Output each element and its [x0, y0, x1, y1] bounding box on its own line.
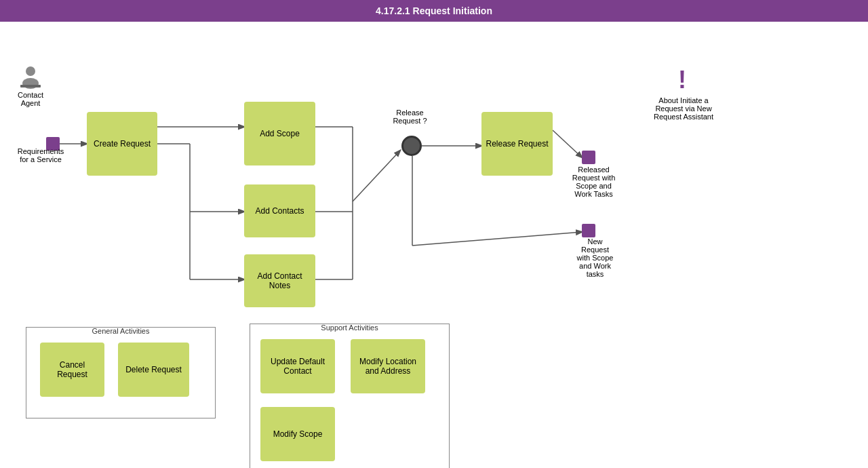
add-scope-box[interactable]: Add Scope	[244, 102, 315, 165]
new-request-end-node	[582, 224, 595, 237]
add-scope-label: Add Scope	[260, 129, 300, 138]
create-request-box[interactable]: Create Request	[87, 112, 157, 176]
add-contacts-box[interactable]: Add Contacts	[244, 184, 315, 237]
diagram-canvas: Contact Agent Requirementsfor a Service …	[0, 22, 868, 468]
svg-point-16	[26, 66, 35, 76]
update-default-contact-label: Update Default Contact	[264, 357, 331, 376]
cancel-request-label: Cancel Request	[44, 360, 100, 379]
gateway-node	[401, 136, 422, 156]
page-header: 4.17.2.1 Request Initiation	[0, 0, 868, 22]
add-contacts-label: Add Contacts	[255, 206, 304, 216]
requirements-label: Requirementsfor a Service	[14, 147, 68, 163]
support-activities-container: Support Activities Update Default Contac…	[250, 324, 450, 468]
add-contact-notes-label: Add Contact Notes	[248, 271, 311, 290]
page-title: 4.17.2.1 Request Initiation	[376, 5, 492, 16]
general-activities-container: General Activities Cancel Request Delete…	[26, 327, 216, 418]
support-activities-title: Support Activities	[321, 324, 378, 332]
modify-scope-label: Modify Scope	[273, 429, 323, 439]
create-request-label: Create Request	[94, 139, 151, 149]
svg-line-13	[553, 130, 582, 157]
released-scope-end-node	[582, 151, 595, 164]
svg-rect-18	[20, 85, 41, 87]
delete-request-box[interactable]: Delete Request	[118, 343, 189, 397]
new-request-label: NewRequestwith Scopeand Worktasks	[570, 237, 620, 278]
about-icon: !	[678, 66, 686, 94]
contact-agent-label: Contact Agent	[17, 91, 44, 107]
contact-agent-icon: Contact Agent	[17, 66, 44, 107]
released-scope-label: ReleasedRequest withScope andWork Tasks	[568, 165, 619, 198]
release-request-box[interactable]: Release Request	[481, 112, 553, 176]
update-default-contact-box[interactable]: Update Default Contact	[260, 339, 335, 393]
modify-location-label: Modify Location and Address	[355, 357, 421, 376]
gateway-label: ReleaseRequest ?	[384, 109, 435, 125]
svg-line-15	[412, 232, 582, 246]
modify-scope-box[interactable]: Modify Scope	[260, 407, 335, 461]
svg-line-11	[353, 151, 400, 201]
about-label: About Initiate aRequest via NewRequest A…	[650, 96, 717, 121]
add-contact-notes-box[interactable]: Add Contact Notes	[244, 254, 315, 307]
modify-location-box[interactable]: Modify Location and Address	[351, 339, 425, 393]
cancel-request-box[interactable]: Cancel Request	[40, 343, 104, 397]
general-activities-title: General Activities	[92, 327, 150, 335]
release-request-label: Release Request	[486, 139, 548, 149]
delete-request-label: Delete Request	[125, 365, 182, 374]
